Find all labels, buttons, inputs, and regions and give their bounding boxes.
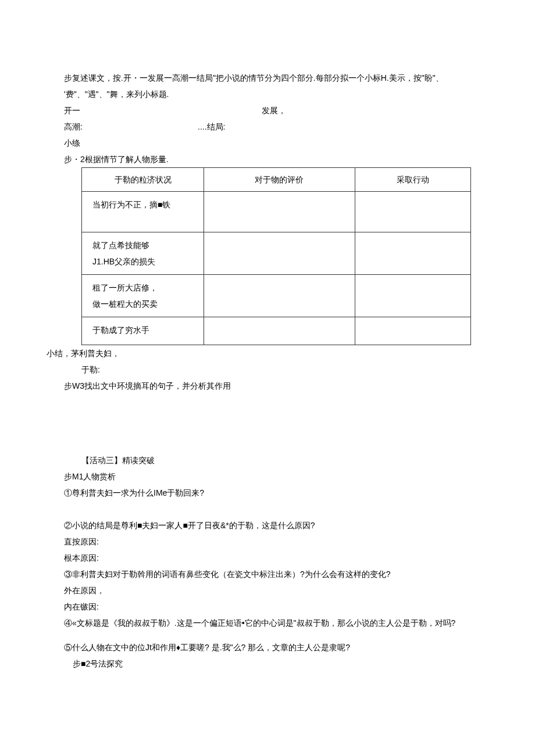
plot-end-label: ....结局: bbox=[198, 119, 225, 135]
table-header-cell: 采取行动 bbox=[355, 168, 470, 192]
activity-3-heading: 【活动三】精读突破 bbox=[47, 452, 488, 468]
root-reason-label: 根本原因: bbox=[47, 550, 488, 566]
table-cell: 于勒成了穷水手 bbox=[82, 317, 204, 345]
plot-open-label: 开一 bbox=[64, 102, 262, 119]
summary-couple: 小结，茅利普夫妇， bbox=[47, 345, 488, 361]
table-cell: 租了一所大店修， 做一桩程大的买卖 bbox=[82, 275, 204, 317]
table-row: 就了点希技能够 J1.HB父亲的损失 bbox=[82, 232, 471, 275]
table-cell bbox=[355, 275, 470, 317]
question-5: ⑤什么人物在文中的位Jt和作用♦工要嗟? 是.我"么? 那么，文章的主人公是隶呢… bbox=[47, 639, 488, 655]
step-b2: 步■2号法探究 bbox=[47, 655, 488, 672]
internal-reason-label: 内在镞因: bbox=[47, 599, 488, 615]
summary-label: 小绦 bbox=[47, 135, 488, 151]
question-2: ②小说的结局是尊利■夫妇一家人■开了日夜&*的于勒，这是什么原因? bbox=[47, 517, 488, 533]
table-row: 于勒成了穷水手 bbox=[82, 317, 471, 345]
yule-label: 于勒: bbox=[47, 361, 488, 378]
table-cell: 当初行为不正，摘■铁 bbox=[82, 192, 204, 232]
table-cell bbox=[355, 192, 470, 232]
step-2-heading: 步・2根据情节了解人物形量. bbox=[47, 151, 488, 167]
table-cell bbox=[204, 232, 355, 275]
step-m1-heading: 步M1人物赏析 bbox=[47, 468, 488, 485]
table-cell bbox=[355, 232, 470, 275]
table-header-cell: 于勒的粒济状况 bbox=[82, 168, 204, 192]
plot-climax-end-row: 高潮: ....结局: bbox=[47, 119, 488, 135]
table-row: 租了一所大店修， 做一桩程大的买卖 bbox=[82, 275, 471, 317]
table-cell: 就了点希技能够 J1.HB父亲的损失 bbox=[82, 232, 204, 275]
paragraph-intro: 步复述课文，按.开・一发展一高潮一结局"把小说的情节分为四个部分.每部分拟一个小… bbox=[47, 70, 488, 102]
question-1: ①尊利普夫妇一求为什么IMe于勒回来? bbox=[47, 485, 488, 501]
table-cell bbox=[355, 317, 470, 345]
table-header-row: 于勒的粒济状况 对于物的评价 采取行动 bbox=[82, 168, 471, 192]
direct-reason-label: 直按原因: bbox=[47, 533, 488, 550]
table-header-cell: 对于物的评价 bbox=[204, 168, 355, 192]
table-row: 当初行为不正，摘■铁 bbox=[82, 192, 471, 232]
plot-climax-label: 高潮: bbox=[64, 119, 198, 135]
table-cell bbox=[204, 317, 355, 345]
question-4: ④«文标题是《我的叔叔于勒》.这是一个偏正短语•它的中心词是"叔叔于勒，那么小说… bbox=[47, 615, 488, 631]
external-reason-label: 外在原因， bbox=[47, 582, 488, 599]
table-cell bbox=[204, 275, 355, 317]
plot-develop-label: 发展， bbox=[262, 102, 488, 119]
question-3: ③非利普夫妇对于勒斡用的词语有鼻些变化（在瓷文中标注出来）?为什么会有这样的变化… bbox=[47, 566, 488, 582]
plot-open-develop-row: 开一 发展， bbox=[47, 102, 488, 119]
character-table: 于勒的粒济状况 对于物的评价 采取行动 当初行为不正，摘■铁 就了点希技能够 J… bbox=[81, 167, 471, 345]
table-cell bbox=[204, 192, 355, 232]
step-w3: 步W3找出文中环境摘耳的句子，并分析其作用 bbox=[47, 378, 488, 394]
